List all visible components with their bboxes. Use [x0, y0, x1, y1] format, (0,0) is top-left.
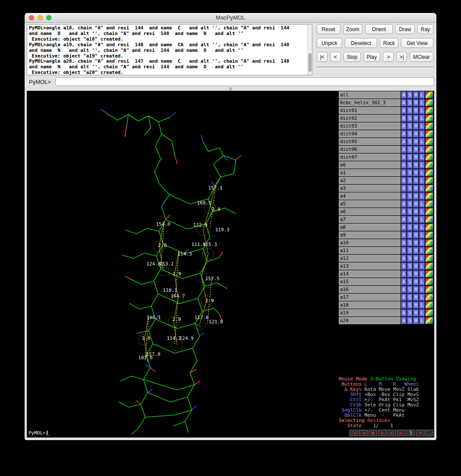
- object-a1-l-menu-button[interactable]: L: [419, 169, 425, 176]
- object-a8-a-menu-button[interactable]: A: [401, 224, 407, 231]
- object-a5-c-menu-button[interactable]: C: [425, 200, 433, 208]
- object-name-dist02[interactable]: dist02: [339, 115, 401, 122]
- object-dist05-h-menu-button[interactable]: H: [413, 138, 419, 145]
- object-a5-l-menu-button[interactable]: L: [419, 200, 425, 208]
- title-bar[interactable]: MacPyMOL: [25, 13, 436, 23]
- object-a18-h-menu-button[interactable]: H: [413, 301, 419, 309]
- object-a2-a-menu-button[interactable]: A: [401, 177, 407, 184]
- object-name-dist07[interactable]: dist07: [339, 153, 401, 161]
- object-a13-s-menu-button[interactable]: S: [407, 262, 413, 270]
- object-a4-a-menu-button[interactable]: A: [401, 192, 407, 200]
- object-dist04-c-menu-button[interactable]: C: [425, 130, 433, 137]
- object-a20-h-menu-button[interactable]: H: [413, 317, 419, 324]
- object-dist02-s-menu-button[interactable]: S: [407, 115, 413, 122]
- object-a14-h-menu-button[interactable]: H: [413, 270, 419, 278]
- zoom-button[interactable]: Zoom: [343, 24, 363, 34]
- object-6cbc_helix_302_3-h-menu-button[interactable]: H: [413, 99, 419, 106]
- object-a3-a-menu-button[interactable]: A: [401, 185, 407, 192]
- object-a6-h-menu-button[interactable]: H: [413, 208, 419, 215]
- object-dist06-l-menu-button[interactable]: L: [419, 146, 425, 153]
- object-dist06-h-menu-button[interactable]: H: [413, 146, 419, 153]
- object-a1-c-menu-button[interactable]: C: [425, 169, 433, 176]
- object-dist06-c-menu-button[interactable]: C: [425, 146, 433, 153]
- object-a4-l-menu-button[interactable]: L: [419, 192, 425, 200]
- object-a20-l-menu-button[interactable]: L: [419, 317, 425, 324]
- object-a14-a-menu-button[interactable]: A: [401, 270, 407, 278]
- object-dist03-c-menu-button[interactable]: C: [425, 122, 433, 130]
- object-a17-h-menu-button[interactable]: H: [413, 294, 419, 301]
- object-a0-s-menu-button[interactable]: S: [407, 161, 413, 169]
- console-scrollbar-thumb[interactable]: [308, 53, 312, 72]
- object-a18-s-menu-button[interactable]: S: [407, 301, 413, 309]
- object-dist03-h-menu-button[interactable]: H: [413, 122, 419, 130]
- object-name-a2[interactable]: a2: [339, 177, 401, 184]
- object-name-a18[interactable]: a18: [339, 301, 401, 309]
- object-all-s-menu-button[interactable]: S: [407, 91, 413, 99]
- object-a9-a-menu-button[interactable]: A: [401, 231, 407, 239]
- object-a12-s-menu-button[interactable]: S: [407, 255, 413, 262]
- object-a16-c-menu-button[interactable]: C: [425, 286, 433, 293]
- object-a11-a-menu-button[interactable]: A: [401, 247, 407, 254]
- object-a19-h-menu-button[interactable]: H: [413, 309, 419, 316]
- object-a9-h-menu-button[interactable]: H: [413, 231, 419, 239]
- object-a17-a-menu-button[interactable]: A: [401, 294, 407, 301]
- first-frame-button[interactable]: |<: [317, 52, 327, 62]
- object-a11-c-menu-button[interactable]: C: [425, 247, 433, 254]
- vcr-first-button[interactable]: |◀: [350, 430, 358, 436]
- object-a10-h-menu-button[interactable]: H: [413, 239, 419, 246]
- object-a18-l-menu-button[interactable]: L: [419, 301, 425, 309]
- orient-button[interactable]: Orient: [365, 24, 392, 34]
- stop-button[interactable]: Stop: [343, 52, 361, 62]
- object-a6-a-menu-button[interactable]: A: [401, 208, 407, 215]
- object-dist03-l-menu-button[interactable]: L: [419, 122, 425, 130]
- object-a12-a-menu-button[interactable]: A: [401, 255, 407, 262]
- object-dist07-c-menu-button[interactable]: C: [425, 153, 433, 161]
- object-name-dist06[interactable]: dist06: [339, 146, 401, 153]
- object-all-h-menu-button[interactable]: H: [413, 91, 419, 99]
- object-a20-c-menu-button[interactable]: C: [425, 317, 433, 324]
- object-a15-c-menu-button[interactable]: C: [425, 278, 433, 285]
- object-a1-a-menu-button[interactable]: A: [401, 169, 407, 176]
- vcr-stop-button[interactable]: ■: [369, 430, 377, 436]
- object-a1-s-menu-button[interactable]: S: [407, 169, 413, 176]
- object-a16-l-menu-button[interactable]: L: [419, 286, 425, 293]
- object-name-a16[interactable]: a16: [339, 286, 401, 293]
- object-dist03-s-menu-button[interactable]: S: [407, 122, 413, 130]
- object-dist05-s-menu-button[interactable]: S: [407, 138, 413, 145]
- object-dist01-a-menu-button[interactable]: A: [401, 107, 407, 114]
- object-dist02-c-menu-button[interactable]: C: [425, 115, 433, 122]
- object-name-dist01[interactable]: dist01: [339, 107, 401, 114]
- object-a19-a-menu-button[interactable]: A: [401, 309, 407, 316]
- object-a19-c-menu-button[interactable]: C: [425, 309, 433, 316]
- minimize-button[interactable]: [38, 15, 43, 20]
- object-a19-s-menu-button[interactable]: S: [407, 309, 413, 316]
- object-a20-a-menu-button[interactable]: A: [401, 317, 407, 324]
- object-a10-a-menu-button[interactable]: A: [401, 239, 407, 246]
- object-name-a4[interactable]: a4: [339, 192, 401, 200]
- object-name-a7[interactable]: a7: [339, 216, 401, 223]
- object-dist04-a-menu-button[interactable]: A: [401, 130, 407, 137]
- object-name-a11[interactable]: a11: [339, 247, 401, 254]
- object-dist02-h-menu-button[interactable]: H: [413, 115, 419, 122]
- object-6cbc_helix_302_3-c-menu-button[interactable]: C: [425, 99, 433, 106]
- object-a12-h-menu-button[interactable]: H: [413, 255, 419, 262]
- object-a18-a-menu-button[interactable]: A: [401, 301, 407, 309]
- object-a6-c-menu-button[interactable]: C: [425, 208, 433, 215]
- object-name-a10[interactable]: a10: [339, 239, 401, 246]
- object-dist05-a-menu-button[interactable]: A: [401, 138, 407, 145]
- object-a2-l-menu-button[interactable]: L: [419, 177, 425, 184]
- object-dist01-s-menu-button[interactable]: S: [407, 107, 413, 114]
- object-name-a19[interactable]: a19: [339, 309, 401, 316]
- object-a8-s-menu-button[interactable]: S: [407, 224, 413, 231]
- object-a9-s-menu-button[interactable]: S: [407, 231, 413, 239]
- object-a16-s-menu-button[interactable]: S: [407, 286, 413, 293]
- object-a8-l-menu-button[interactable]: L: [419, 224, 425, 231]
- object-name-a8[interactable]: a8: [339, 224, 401, 231]
- object-dist07-s-menu-button[interactable]: S: [407, 153, 413, 161]
- object-a2-c-menu-button[interactable]: C: [425, 177, 433, 184]
- object-a20-s-menu-button[interactable]: S: [407, 317, 413, 324]
- object-a3-s-menu-button[interactable]: S: [407, 185, 413, 192]
- object-a11-s-menu-button[interactable]: S: [407, 247, 413, 254]
- draw-button[interactable]: Draw: [395, 24, 415, 34]
- object-dist06-s-menu-button[interactable]: S: [407, 146, 413, 153]
